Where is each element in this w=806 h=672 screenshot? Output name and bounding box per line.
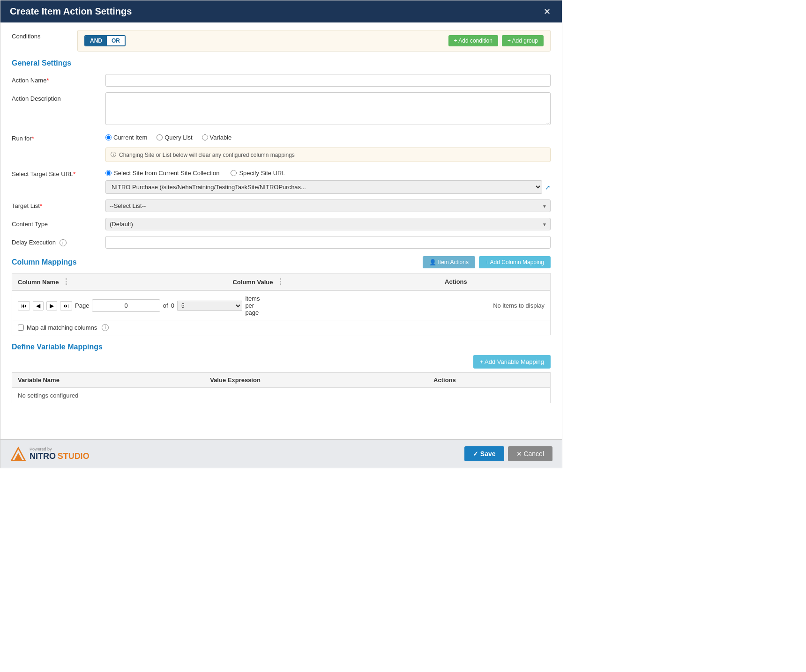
- per-page-select[interactable]: 5 10 20 50: [177, 301, 242, 311]
- target-list-label: Target List*: [12, 199, 105, 209]
- item-actions-button[interactable]: 👤 Item Actions: [423, 256, 475, 268]
- content-type-wrap: (Default): [105, 218, 551, 230]
- target-site-label: Select Target Site URL*: [12, 168, 105, 177]
- site-current-text: Select Site from Current Site Collection: [114, 170, 219, 177]
- required-star: *: [46, 77, 49, 84]
- variable-mappings-section: Define Variable Mappings: [12, 343, 551, 351]
- no-items-label: No items to display: [493, 302, 545, 309]
- site-url-radios: Select Site from Current Site Collection…: [105, 168, 551, 177]
- run-variable-radio[interactable]: [202, 134, 208, 140]
- run-variable-text: Variable: [210, 134, 232, 141]
- first-page-button[interactable]: ⏮: [18, 301, 30, 310]
- footer-buttons: ✓ Save ✕ Cancel: [464, 446, 552, 461]
- site-current-label[interactable]: Select Site from Current Site Collection: [105, 170, 219, 177]
- conditions-content: AND OR + Add condition + Add group: [77, 30, 551, 52]
- or-button[interactable]: OR: [107, 36, 125, 45]
- variable-add-btn-row: + Add Variable Mapping: [12, 355, 551, 369]
- prev-page-button[interactable]: ◀: [33, 301, 44, 310]
- next-page-button[interactable]: ▶: [46, 301, 57, 310]
- studio-text: STUDIO: [58, 451, 90, 461]
- map-all-info-icon[interactable]: i: [102, 324, 109, 331]
- site-specify-radio[interactable]: [231, 170, 237, 176]
- no-settings-row: No settings configured: [12, 388, 551, 403]
- person-icon: 👤: [429, 259, 438, 266]
- no-settings-label: No settings configured: [12, 388, 551, 403]
- map-all-label: Map all matching columns: [27, 324, 97, 331]
- target-list-wrap: --Select List--: [105, 199, 551, 212]
- modal-container: Create Item Action Settings ✕ Conditions…: [0, 0, 562, 468]
- var-col-value: Value Expression: [204, 373, 428, 388]
- svg-text:▲: ▲: [12, 459, 14, 462]
- action-description-input[interactable]: [105, 92, 551, 125]
- page-input[interactable]: [92, 299, 160, 312]
- col-value-dots: ⋮: [275, 278, 286, 286]
- column-mappings-header: Column Mappings: [12, 258, 77, 266]
- action-description-wrap: [105, 92, 551, 126]
- cancel-button[interactable]: ✕ Cancel: [508, 446, 552, 461]
- last-page-button[interactable]: ⏭: [60, 301, 72, 310]
- save-button[interactable]: ✓ Save: [464, 446, 504, 461]
- run-query-list-text: Query List: [164, 134, 192, 141]
- var-col-name: Variable Name: [12, 373, 205, 388]
- delay-execution-input[interactable]: [105, 236, 551, 249]
- col-header-column-name: Column Name ⋮: [12, 273, 227, 291]
- delay-execution-wrap: [105, 236, 551, 249]
- col-name-dots: ⋮: [60, 278, 72, 286]
- add-variable-mapping-button[interactable]: + Add Variable Mapping: [473, 355, 551, 369]
- content-type-label: Content Type: [12, 218, 105, 228]
- var-col-actions: Actions: [428, 373, 550, 388]
- warning-row: ⓘ Changing Site or List below will clear…: [105, 148, 551, 162]
- close-button[interactable]: ✕: [542, 7, 552, 17]
- run-query-list-label[interactable]: Query List: [157, 134, 192, 141]
- logo-name-wrap: NITRO STUDIO: [30, 451, 90, 461]
- col-header-actions: Actions: [439, 273, 550, 291]
- add-condition-button[interactable]: + Add condition: [448, 35, 498, 46]
- map-all-checkbox[interactable]: [18, 325, 24, 331]
- run-for-row: Run for* Current Item Query List Variabl…: [12, 132, 551, 142]
- run-for-wrap: Current Item Query List Variable: [105, 132, 551, 141]
- and-button[interactable]: AND: [85, 36, 107, 45]
- content-type-select-wrap: (Default): [105, 218, 551, 230]
- run-variable-label[interactable]: Variable: [202, 134, 232, 141]
- run-for-label: Run for*: [12, 132, 105, 142]
- nitro-text: NITRO: [30, 451, 56, 461]
- target-site-row: Select Target Site URL* Select Site from…: [12, 168, 551, 194]
- modal-body: Conditions AND OR + Add condition + Add …: [0, 22, 562, 439]
- site-dropdown-wrap: NITRO Purchase (/sites/NehaTraining/Test…: [105, 180, 551, 194]
- external-link-icon[interactable]: ➚: [545, 184, 551, 191]
- pagination-left: ⏮ ◀ ▶ ⏭ Page of 0 5 10 20 50 items per p…: [18, 295, 260, 316]
- variable-header-row: Variable Name Value Expression Actions: [12, 373, 551, 388]
- action-description-row: Action Description: [12, 92, 551, 126]
- action-description-label: Action Description: [12, 92, 105, 102]
- modal-header: Create Item Action Settings ✕: [0, 0, 562, 22]
- run-for-radio-group: Current Item Query List Variable: [105, 132, 551, 141]
- target-site-wrap: Select Site from Current Site Collection…: [105, 168, 551, 194]
- site-dropdown[interactable]: NITRO Purchase (/sites/NehaTraining/Test…: [105, 180, 542, 194]
- content-type-select[interactable]: (Default): [105, 218, 551, 230]
- action-name-wrap: [105, 74, 551, 87]
- and-or-toggle[interactable]: AND OR: [84, 35, 126, 46]
- general-settings-header: General Settings: [12, 59, 551, 67]
- site-current-radio[interactable]: [105, 170, 112, 176]
- target-list-select[interactable]: --Select List--: [105, 199, 551, 212]
- required-star4: *: [40, 202, 42, 209]
- target-list-row: Target List* --Select List--: [12, 199, 551, 212]
- run-current-item-radio[interactable]: [105, 134, 112, 140]
- site-specify-label[interactable]: Specify Site URL: [231, 170, 285, 177]
- run-query-list-radio[interactable]: [157, 134, 163, 140]
- run-current-item-label[interactable]: Current Item: [105, 134, 147, 141]
- add-group-button[interactable]: + Add group: [502, 35, 544, 46]
- page-label: Page: [75, 302, 89, 309]
- logo-text-wrap: Powered by NITRO STUDIO: [30, 447, 90, 461]
- map-all-row: Map all matching columns i: [12, 320, 551, 335]
- conditions-label: Conditions: [12, 30, 77, 40]
- delay-execution-label: Delay Execution i: [12, 236, 105, 246]
- add-column-mapping-button[interactable]: + Add Column Mapping: [479, 256, 551, 268]
- footer-logo: ▲ Powered by NITRO STUDIO: [10, 445, 90, 462]
- powered-by-text: Powered by: [30, 447, 90, 451]
- col-header-column-value: Column Value ⋮: [227, 273, 439, 291]
- required-star3: *: [73, 170, 75, 177]
- delay-info-icon[interactable]: i: [60, 239, 67, 246]
- action-name-label: Action Name*: [12, 74, 105, 84]
- action-name-input[interactable]: [105, 74, 551, 87]
